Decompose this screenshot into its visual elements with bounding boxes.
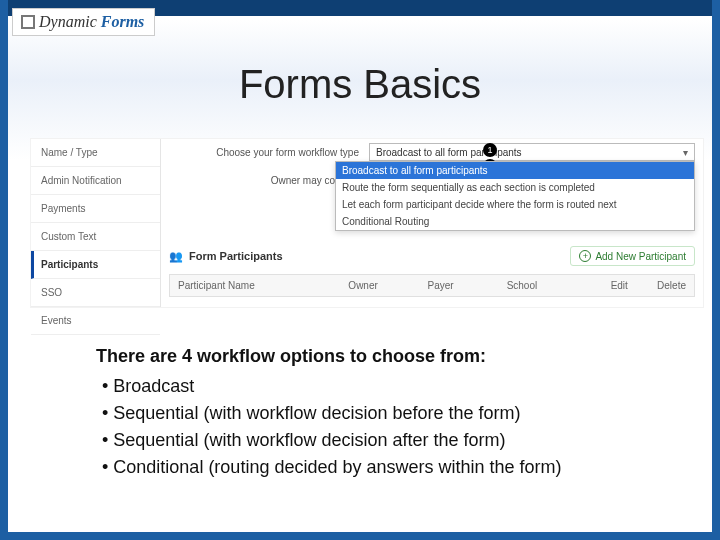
logo-mark-icon bbox=[21, 15, 35, 29]
add-participant-button[interactable]: + Add New Participant bbox=[570, 246, 695, 266]
workflow-option[interactable]: Conditional Routing bbox=[336, 213, 694, 230]
col-owner: Owner bbox=[340, 275, 419, 296]
col-payer: Payer bbox=[420, 275, 499, 296]
brand-logo: Dynamic Forms bbox=[12, 8, 155, 36]
main-pane: Choose your form workflow type Broadcast… bbox=[161, 139, 703, 307]
slide-border-bottom bbox=[0, 532, 720, 540]
bullet-block: There are 4 workflow options to choose f… bbox=[96, 346, 660, 481]
participants-heading: Form Participants bbox=[169, 250, 283, 263]
bullet-item: Sequential (with workflow decision after… bbox=[102, 427, 660, 454]
workflow-type-dropdown[interactable]: Broadcast to all form participantsRoute … bbox=[335, 161, 695, 231]
workflow-option[interactable]: Route the form sequentially as each sect… bbox=[336, 179, 694, 196]
col-edit: Edit bbox=[578, 275, 636, 296]
sidebar-item-name-type[interactable]: Name / Type bbox=[31, 139, 160, 167]
logo-text-2: Forms bbox=[101, 13, 145, 31]
plus-circle-icon: + bbox=[579, 250, 591, 262]
sidebar-item-admin-notification[interactable]: Admin Notification bbox=[31, 167, 160, 195]
workflow-option[interactable]: Let each form participant decide where t… bbox=[336, 196, 694, 213]
bullet-item: Conditional (routing decided by answers … bbox=[102, 454, 660, 481]
workflow-type-selected: Broadcast to all form participants bbox=[376, 147, 522, 158]
sidebar-item-events[interactable]: Events bbox=[31, 307, 160, 335]
sidebar-item-custom-text[interactable]: Custom Text bbox=[31, 223, 160, 251]
col-delete: Delete bbox=[636, 275, 694, 296]
sidebar-item-sso[interactable]: SSO bbox=[31, 279, 160, 307]
bullet-item: Broadcast bbox=[102, 373, 660, 400]
step-badge: 1 bbox=[483, 143, 497, 157]
workflow-type-label: Choose your form workflow type bbox=[169, 147, 369, 158]
bullet-list: BroadcastSequential (with workflow decis… bbox=[96, 373, 660, 481]
col-school: School bbox=[499, 275, 578, 296]
bullet-lead: There are 4 workflow options to choose f… bbox=[96, 346, 660, 367]
slide: Dynamic Forms Forms Basics Name / TypeAd… bbox=[0, 0, 720, 540]
col-participant-name: Participant Name bbox=[170, 275, 340, 296]
bullet-item: Sequential (with workflow decision befor… bbox=[102, 400, 660, 427]
participants-heading-text: Form Participants bbox=[189, 250, 283, 262]
embedded-screenshot: Name / TypeAdmin NotificationPaymentsCus… bbox=[30, 138, 704, 308]
page-title: Forms Basics bbox=[0, 62, 720, 107]
workflow-option[interactable]: Broadcast to all form participants bbox=[336, 162, 694, 179]
workflow-type-select[interactable]: Broadcast to all form participants bbox=[369, 143, 695, 161]
sidebar-item-participants[interactable]: Participants bbox=[31, 251, 160, 279]
logo-text-1: Dynamic bbox=[39, 13, 97, 31]
people-icon bbox=[169, 250, 183, 263]
add-participant-label: Add New Participant bbox=[595, 251, 686, 262]
sidebar-item-payments[interactable]: Payments bbox=[31, 195, 160, 223]
side-nav: Name / TypeAdmin NotificationPaymentsCus… bbox=[31, 139, 161, 307]
participants-table: Participant Name Owner Payer School Edit… bbox=[169, 274, 695, 297]
participants-table-header: Participant Name Owner Payer School Edit… bbox=[170, 275, 694, 296]
